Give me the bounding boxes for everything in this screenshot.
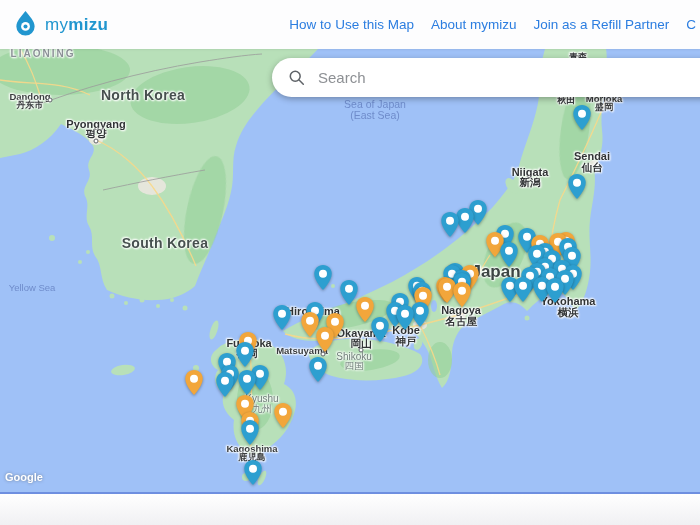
map-pin-blue[interactable] xyxy=(313,264,333,291)
map-label: Shikoku xyxy=(336,351,372,362)
map-pin-blue[interactable] xyxy=(545,277,565,304)
map-pin-blue[interactable] xyxy=(499,241,519,268)
search-icon xyxy=(288,69,305,86)
map-overlay: LIAONINGDandong丹东市North KoreaPyongyang평양… xyxy=(0,49,700,492)
map-label: LIAONING xyxy=(11,49,76,59)
map-pin-blue[interactable] xyxy=(440,211,460,238)
map-canvas[interactable]: LIAONINGDandong丹东市North KoreaPyongyang평양… xyxy=(0,49,700,494)
map-pin-blue[interactable] xyxy=(243,459,263,486)
nav-item-join-refill-partner[interactable]: Join as a Refill Partner xyxy=(533,17,669,32)
map-pin-orange[interactable] xyxy=(452,281,472,308)
map-pin-orange[interactable] xyxy=(273,402,293,429)
map-label: Niigata xyxy=(512,166,549,178)
nav-item-how-to-use[interactable]: How to Use this Map xyxy=(289,17,414,32)
map-pin-blue[interactable] xyxy=(572,104,592,131)
google-watermark[interactable]: Google xyxy=(5,471,43,483)
map-label: Dandong xyxy=(9,91,50,102)
brand-wordmark: mymizu xyxy=(45,15,108,35)
map-pin-orange[interactable] xyxy=(315,326,335,353)
map-label: South Korea xyxy=(122,235,209,251)
map-label: Sea of Japan xyxy=(344,98,406,110)
map-pin-blue[interactable] xyxy=(567,173,587,200)
header-nav: How to Use this Map About mymizu Join as… xyxy=(289,0,696,49)
map-label: Pyongyang xyxy=(66,118,125,130)
water-drop-icon xyxy=(13,10,38,39)
map-pin-blue[interactable] xyxy=(395,304,415,331)
map-pin-blue[interactable] xyxy=(215,371,235,398)
map-label: 盛岡 xyxy=(595,101,613,114)
city-dot xyxy=(94,139,99,144)
map-pin-orange[interactable] xyxy=(184,369,204,396)
map-label: 横浜 xyxy=(558,306,579,320)
map-pin-blue[interactable] xyxy=(308,356,328,383)
mymizu-logo[interactable]: mymizu xyxy=(13,10,108,39)
map-pin-blue[interactable] xyxy=(513,276,533,303)
map-pin-blue[interactable] xyxy=(272,304,292,331)
map-pin-blue[interactable] xyxy=(240,419,260,446)
nav-item-about[interactable]: About mymizu xyxy=(431,17,517,32)
map-label: 新潟 xyxy=(520,176,541,190)
footer-strip xyxy=(0,494,700,525)
map-label: 丹东市 xyxy=(17,99,44,112)
search-input[interactable] xyxy=(316,68,620,87)
city-dot xyxy=(48,98,53,103)
city-dot xyxy=(359,348,364,353)
map-label: 名古屋 xyxy=(445,315,477,329)
map-pin-blue[interactable] xyxy=(370,316,390,343)
nav-item-contact-cut[interactable]: C xyxy=(686,17,696,32)
map-label: Yellow Sea xyxy=(9,282,56,293)
top-header: mymizu How to Use this Map About mymizu … xyxy=(0,0,700,49)
map-pin-blue[interactable] xyxy=(237,369,257,396)
map-label: (East Sea) xyxy=(350,109,400,121)
map-label: North Korea xyxy=(101,87,185,103)
search-bar[interactable] xyxy=(272,58,700,97)
map-label: Sendai xyxy=(574,150,610,162)
map-label: 四国 xyxy=(345,360,364,373)
map-label: 神戸 xyxy=(396,335,417,349)
